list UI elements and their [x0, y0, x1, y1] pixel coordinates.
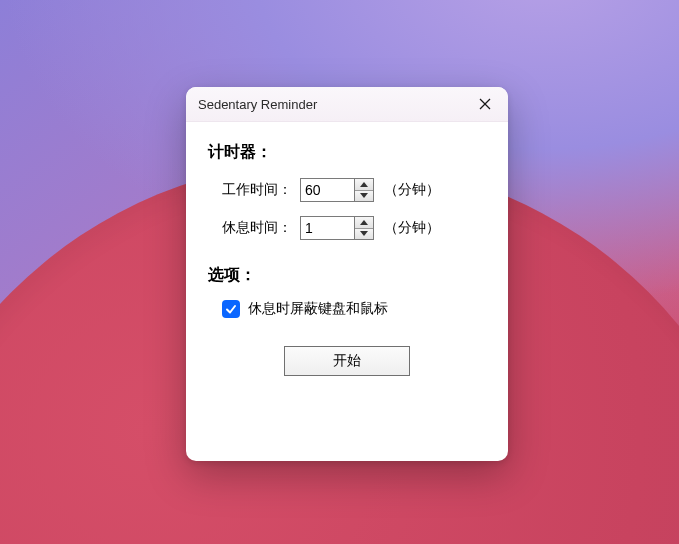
window-title: Sedentary Reminder	[198, 97, 462, 112]
rest-time-unit: （分钟）	[384, 219, 440, 237]
window-content: 计时器： 工作时间： （分钟） 休息时间	[186, 122, 508, 386]
options-section-title: 选项：	[208, 265, 486, 286]
sedentary-reminder-window: Sedentary Reminder 计时器： 工作时间：	[186, 87, 508, 461]
rest-time-input[interactable]	[301, 217, 354, 239]
rest-time-label: 休息时间：	[222, 219, 300, 237]
block-input-option: 休息时屏蔽键盘和鼠标	[222, 300, 486, 318]
start-button[interactable]: 开始	[284, 346, 410, 376]
rest-time-spinner[interactable]	[300, 216, 374, 240]
work-time-input[interactable]	[301, 179, 354, 201]
rest-time-row: 休息时间： （分钟）	[222, 215, 486, 241]
chevron-down-icon	[360, 231, 368, 236]
block-input-checkbox[interactable]	[222, 300, 240, 318]
rest-time-step-buttons	[354, 217, 373, 239]
svg-marker-4	[360, 220, 368, 225]
block-input-label: 休息时屏蔽键盘和鼠标	[248, 300, 388, 318]
work-time-unit: （分钟）	[384, 181, 440, 199]
chevron-up-icon	[360, 220, 368, 225]
close-button[interactable]	[462, 87, 508, 121]
work-time-step-up[interactable]	[355, 179, 373, 191]
close-icon	[479, 98, 491, 110]
rest-time-step-down[interactable]	[355, 229, 373, 240]
rest-time-step-up[interactable]	[355, 217, 373, 229]
svg-marker-3	[360, 193, 368, 198]
work-time-step-buttons	[354, 179, 373, 201]
svg-marker-5	[360, 231, 368, 236]
work-time-spinner[interactable]	[300, 178, 374, 202]
chevron-down-icon	[360, 193, 368, 198]
options-section: 选项： 休息时屏蔽键盘和鼠标	[208, 265, 486, 318]
timer-section-title: 计时器：	[208, 142, 486, 163]
start-button-label: 开始	[333, 352, 361, 370]
desktop-background: Sedentary Reminder 计时器： 工作时间：	[0, 0, 679, 544]
check-icon	[225, 303, 237, 315]
titlebar: Sedentary Reminder	[186, 87, 508, 122]
work-time-label: 工作时间：	[222, 181, 300, 199]
start-button-row: 开始	[208, 346, 486, 376]
svg-marker-2	[360, 182, 368, 187]
work-time-row: 工作时间： （分钟）	[222, 177, 486, 203]
chevron-up-icon	[360, 182, 368, 187]
work-time-step-down[interactable]	[355, 191, 373, 202]
